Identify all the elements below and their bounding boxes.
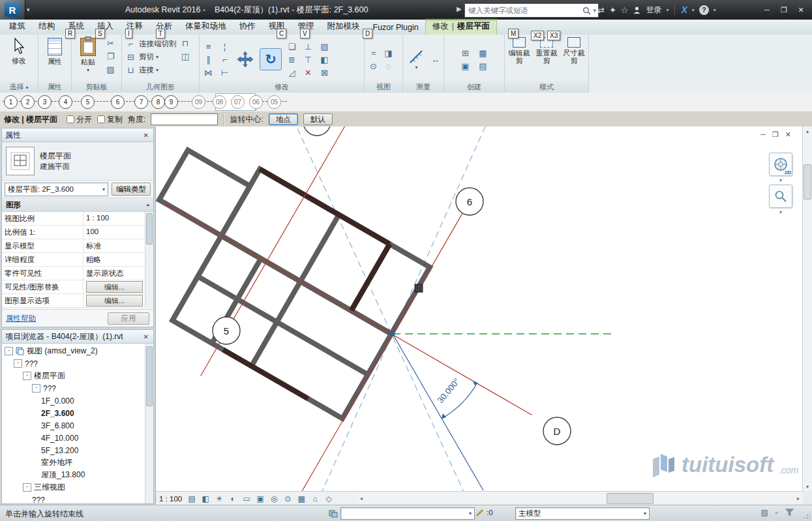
- properties-toggle-button[interactable]: 属性: [41, 37, 68, 67]
- copy-to-clipboard-icon[interactable]: ❐: [104, 50, 117, 63]
- reference-dashed-lines[interactable]: [297, 127, 485, 491]
- tab-2[interactable]: 结构: [32, 19, 61, 35]
- angle-dimension-label[interactable]: 30.000°: [435, 376, 461, 405]
- tab-7[interactable]: 体量和场地: [179, 19, 233, 35]
- detail-level-icon[interactable]: ▤: [186, 493, 198, 505]
- horizontal-scroll-thumb[interactable]: [607, 493, 654, 504]
- edit-crop-button[interactable]: 编辑裁剪: [507, 37, 531, 65]
- crop-view-icon[interactable]: ▭: [241, 493, 252, 505]
- strip-grid-bubble-5[interactable]: 5: [81, 95, 95, 109]
- tab-11[interactable]: 附加模块: [321, 19, 367, 35]
- scroll-up-icon[interactable]: ▲: [803, 127, 812, 136]
- place-button[interactable]: 地点: [269, 113, 298, 125]
- resize-grip[interactable]: [804, 513, 810, 519]
- restore-button[interactable]: ❐: [775, 3, 792, 17]
- wall-joins-icon[interactable]: ◫: [179, 50, 192, 63]
- quick-access-overflow-icon[interactable]: ▶: [457, 5, 462, 12]
- size-crop-button[interactable]: 尺寸裁剪: [562, 37, 586, 65]
- property-value[interactable]: 显示原状态: [83, 267, 145, 280]
- active-workset-select[interactable]: ▾: [340, 507, 475, 520]
- unpin-icon[interactable]: ⊤: [302, 53, 314, 66]
- array-icon[interactable]: ≣: [286, 53, 298, 66]
- edit-type-button[interactable]: 编辑类型: [112, 183, 151, 196]
- create-group-icon[interactable]: ▣: [459, 60, 472, 72]
- tree-item--[interactable]: ???: [2, 494, 153, 503]
- sync-icon[interactable]: ⇄: [597, 5, 605, 15]
- measure-button[interactable]: ▾: [406, 48, 427, 71]
- strip-grid-bubble-07[interactable]: 07: [231, 95, 245, 109]
- tree-item-屋顶_13-800[interactable]: 屋顶_13.800: [2, 469, 153, 481]
- tree-item-5F_13-200[interactable]: 5F_13.200: [2, 444, 153, 456]
- properties-help-link[interactable]: 属性帮助: [6, 314, 36, 323]
- exchange-caret-icon[interactable]: ▾: [692, 7, 695, 13]
- modify-tool-button[interactable]: 修改: [3, 37, 35, 67]
- cut-geometry-button[interactable]: ⊟ 剪切▾: [125, 50, 177, 63]
- view-close-icon[interactable]: ✕: [785, 130, 791, 139]
- rotate-tool-button[interactable]: ↻: [260, 48, 282, 70]
- strip-grid-bubble-2[interactable]: 2: [21, 95, 35, 109]
- tab-12[interactable]: Fuzor Plugin: [367, 21, 425, 35]
- tree-expander-icon[interactable]: -: [23, 372, 31, 380]
- mirror-icon[interactable]: ⋈: [202, 67, 215, 79]
- shadows-icon[interactable]: ◐: [227, 493, 239, 505]
- hide-elements-icon[interactable]: ⊙: [367, 60, 380, 72]
- search-icon[interactable]: [582, 7, 591, 15]
- tab-1[interactable]: 建筑: [3, 19, 32, 35]
- horizontal-scrollbar[interactable]: ◄ ►: [357, 491, 803, 505]
- strip-grid-bubble-4[interactable]: 4: [59, 95, 72, 109]
- angle-input[interactable]: [151, 113, 218, 125]
- scale-button[interactable]: 1 : 100: [159, 495, 182, 503]
- scale-icon[interactable]: ◿: [286, 67, 298, 79]
- sign-in-label[interactable]: 登录: [646, 5, 661, 16]
- tree-item-三维视图[interactable]: -三维视图: [2, 481, 153, 494]
- steering-wheel-button[interactable]: 2D: [769, 153, 792, 176]
- user-icon[interactable]: [633, 6, 641, 14]
- grid-bubble-d[interactable]: D: [543, 417, 571, 445]
- disjoin-checkbox-input[interactable]: [67, 115, 74, 123]
- temporary-hide-isolate-icon[interactable]: ◎: [268, 493, 280, 505]
- sun-path-icon[interactable]: ☀: [213, 493, 225, 505]
- tree-item-楼层平面[interactable]: -楼层平面: [2, 370, 153, 382]
- apply-button[interactable]: 应用: [108, 312, 149, 325]
- exchange-apps-icon[interactable]: X: [681, 5, 687, 15]
- column-element[interactable]: [415, 284, 423, 292]
- grid-bubble-6[interactable]: 6: [456, 188, 483, 215]
- show-crop-region-icon[interactable]: ▣: [254, 493, 266, 505]
- trim-icon[interactable]: ⌐: [218, 53, 231, 66]
- thin-lines-icon[interactable]: ≈: [367, 47, 380, 59]
- extend-icon[interactable]: ⊢: [218, 67, 231, 79]
- tree-expander-icon[interactable]: -: [23, 483, 31, 492]
- strip-grid-bubble-05[interactable]: 05: [267, 95, 281, 109]
- view-minimize-icon[interactable]: ─: [760, 130, 766, 139]
- search-input[interactable]: [467, 6, 580, 15]
- tree-item-4F_10-000[interactable]: 4F_10.000: [2, 432, 153, 444]
- vertical-scrollbar[interactable]: ▲ ▼: [802, 127, 812, 491]
- strip-grid-bubble-09[interactable]: 09: [192, 95, 205, 109]
- reveal-hidden-elements-icon[interactable]: ⊙: [282, 493, 293, 505]
- tree-item--[interactable]: -???: [2, 357, 153, 370]
- property-value[interactable]: 100: [83, 226, 145, 239]
- scroll-left-icon[interactable]: ◄: [357, 492, 366, 505]
- visual-style-icon[interactable]: ◧: [200, 493, 211, 505]
- tab-5[interactable]: 注释: [120, 19, 149, 35]
- property-edit-button[interactable]: 编辑...: [86, 281, 143, 293]
- vertical-scroll-thumb[interactable]: [804, 164, 811, 200]
- temporary-view-properties-icon[interactable]: ▦: [295, 493, 307, 505]
- view-restore-icon[interactable]: ❐: [772, 130, 779, 139]
- property-value[interactable]: 标准: [83, 239, 145, 252]
- paint-icon[interactable]: ▧: [318, 40, 331, 53]
- strip-grid-bubble-7[interactable]: 7: [134, 95, 148, 109]
- default-button[interactable]: 默认: [303, 113, 333, 125]
- tree-item-2F_3-600[interactable]: 2F_3.600: [2, 407, 153, 419]
- move-tool-button[interactable]: [235, 49, 256, 70]
- design-option-select[interactable]: 主模型 ▾: [515, 507, 650, 520]
- align-icon[interactable]: ≡: [202, 40, 215, 53]
- strip-grid-bubble-6[interactable]: 6: [111, 95, 125, 109]
- tab-8[interactable]: 协作: [233, 19, 262, 35]
- tree-item-3F_6-800[interactable]: 3F_6.800: [2, 419, 153, 432]
- filter-icon[interactable]: [785, 509, 794, 516]
- strip-grid-bubble-8[interactable]: 8: [151, 95, 165, 109]
- paste-button[interactable]: 粘贴 ▾: [74, 37, 102, 74]
- tab-modify-floorplan[interactable]: 修改|楼层平面: [425, 19, 497, 35]
- offset-icon[interactable]: ∥: [202, 53, 215, 66]
